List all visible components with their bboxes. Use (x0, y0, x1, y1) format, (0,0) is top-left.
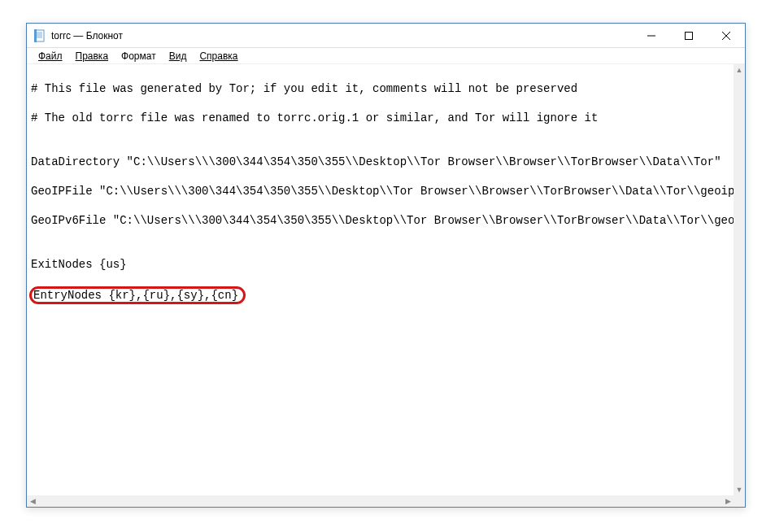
menu-file[interactable]: Файл (32, 49, 69, 63)
text-editor[interactable]: # This file was generated by Tor; if you… (27, 64, 734, 495)
scroll-down-arrow-icon[interactable]: ▼ (734, 484, 745, 495)
text-line: ExitNodes {us} (31, 257, 729, 272)
menu-view[interactable]: Вид (163, 49, 194, 63)
highlighted-entry: EntryNodes {kr},{ru},{sy},{cn} (29, 286, 246, 304)
close-button[interactable] (708, 24, 745, 47)
menu-help[interactable]: Справка (193, 49, 244, 63)
maximize-button[interactable] (670, 24, 708, 47)
text-line: # This file was generated by Tor; if you… (31, 81, 729, 96)
svg-rect-5 (34, 29, 37, 42)
scroll-corner (734, 495, 745, 507)
text-line: DataDirectory "C:\\Users\\\300\344\354\3… (31, 155, 729, 169)
titlebar-left: torrc — Блокнот (27, 29, 123, 42)
svg-rect-7 (686, 32, 693, 39)
text-line: GeoIPv6File "C:\\Users\\\300\344\354\350… (31, 213, 729, 228)
notepad-icon (33, 29, 46, 42)
scroll-left-arrow-icon[interactable]: ◀ (27, 495, 38, 507)
text-line: # The old torrc file was renamed to torr… (31, 111, 729, 125)
scroll-up-arrow-icon[interactable]: ▲ (734, 64, 745, 76)
vertical-scrollbar[interactable]: ▲ ▼ (734, 64, 745, 495)
text-line: EntryNodes {kr},{ru},{sy},{cn} (31, 286, 729, 304)
menubar: Файл Правка Формат Вид Справка (27, 48, 745, 64)
horizontal-scrollbar[interactable]: ◀ ▶ (27, 495, 734, 507)
titlebar: torrc — Блокнот (27, 24, 745, 48)
menu-edit[interactable]: Правка (69, 49, 115, 63)
content-area: # This file was generated by Tor; if you… (27, 64, 745, 507)
window-controls (633, 24, 745, 47)
text-line: GeoIPFile "C:\\Users\\\300\344\354\350\3… (31, 184, 729, 198)
scroll-right-arrow-icon[interactable]: ▶ (722, 495, 734, 507)
window-title: torrc — Блокнот (51, 30, 123, 41)
notepad-window: torrc — Блокнот Файл Правка Формат Вид С… (26, 23, 746, 508)
menu-format[interactable]: Формат (115, 49, 163, 63)
minimize-button[interactable] (633, 24, 670, 47)
